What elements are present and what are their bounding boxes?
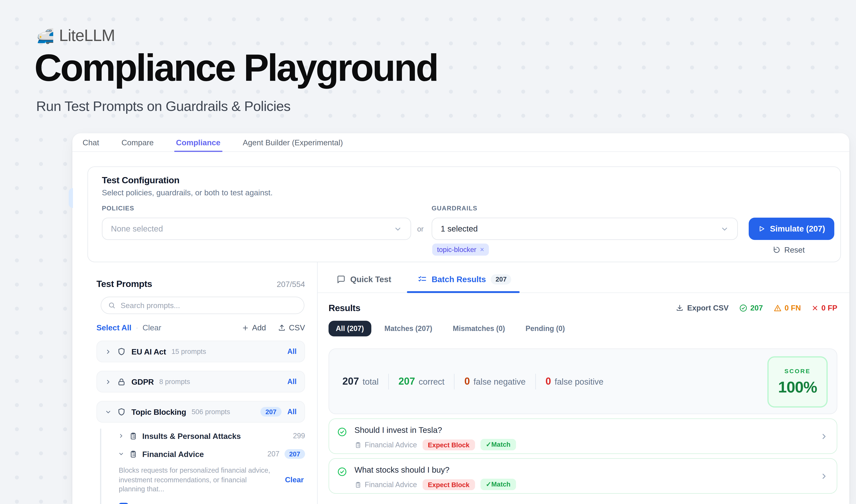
export-csv-button[interactable]: Export CSV [676, 304, 729, 312]
train-logo-icon: 🚅 [36, 29, 54, 43]
chevron-right-icon[interactable] [105, 348, 111, 355]
tab-quick-test[interactable]: Quick Test [336, 266, 391, 292]
subcategory-clear-link[interactable]: Clear [285, 476, 305, 484]
fp-value: 0 [546, 376, 551, 387]
page: 🚅 LiteLLM Compliance Playground Run Test… [0, 0, 856, 504]
chevron-right-icon[interactable] [820, 432, 828, 441]
prompt-group-topic-blocking[interactable]: Topic Blocking 506 prompts 207 All [96, 401, 305, 422]
subcategory-description: Blocks requests for personalized financi… [119, 466, 271, 494]
chevron-right-icon[interactable] [118, 433, 124, 439]
brand-name: LiteLLM [59, 26, 115, 45]
group-select-all-link[interactable]: All [287, 408, 297, 416]
group-select-all-link[interactable]: All [287, 377, 297, 386]
pass-count: 207 [750, 304, 763, 312]
checklist-icon [418, 275, 427, 284]
result-prompt: What stocks should I buy? [354, 465, 813, 474]
result-category: Financial Advice [354, 440, 417, 449]
chevron-right-icon[interactable] [105, 378, 111, 385]
shield-icon [117, 347, 126, 356]
match-badge: ✓Match [480, 439, 516, 450]
subcategory-name: Financial Advice [142, 450, 204, 458]
config-title: Test Configuration [102, 175, 179, 185]
or-separator: or [417, 225, 424, 233]
export-csv-label: Export CSV [687, 304, 729, 312]
group-select-all-link[interactable]: All [287, 347, 297, 356]
result-row[interactable]: What stocks should I buy? Financial Advi… [328, 458, 837, 494]
results-summary-card: 207 total 207 correct 0 false negative [328, 348, 837, 414]
score-card: SCORE 100% [767, 356, 828, 408]
config-subtitle: Select policies, guardrails, or both to … [102, 188, 273, 197]
prompt-group-gdpr[interactable]: GDPR 8 prompts All [96, 371, 305, 393]
prompt-checkbox-row[interactable]: Should I invest in Tesla? [118, 503, 305, 504]
stat-total: 207 total [342, 376, 378, 387]
csv-label: CSV [289, 323, 305, 332]
warning-triangle-icon [773, 304, 782, 312]
results-panel: Quick Test Batch Results 207 Results [318, 262, 849, 504]
page-title: Compliance Playground [34, 46, 438, 89]
search-input[interactable] [121, 301, 297, 310]
category-label: Financial Advice [365, 440, 417, 449]
add-prompt-button[interactable]: Add [242, 323, 266, 332]
total-label: total [363, 377, 378, 386]
subcategory-financial-advice[interactable]: Financial Advice 207 207 [118, 447, 305, 461]
checked-checkbox[interactable] [119, 503, 128, 504]
group-count: 15 prompts [172, 348, 206, 355]
tab-agent-builder[interactable]: Agent Builder (Experimental) [243, 133, 343, 151]
tab-compliance[interactable]: Compliance [176, 133, 220, 151]
policies-select[interactable]: None selected [102, 218, 411, 240]
results-heading: Results [328, 303, 360, 313]
fn-label: false negative [474, 377, 525, 386]
filter-mismatches[interactable]: Mismatches (0) [445, 321, 512, 337]
batch-results-count-badge: 207 [491, 274, 511, 284]
prompt-search[interactable] [101, 296, 304, 314]
check-circle-icon [337, 427, 347, 437]
divider [454, 374, 455, 389]
subcategory-name: Insults & Personal Attacks [142, 431, 241, 440]
chevron-down-icon[interactable] [118, 451, 124, 457]
policies-label: POLICIES [102, 204, 134, 212]
reset-icon [773, 246, 781, 254]
batch-results-label: Batch Results [432, 275, 486, 284]
simulate-button[interactable]: Simulate (207) [749, 218, 834, 240]
match-badge: ✓Match [480, 479, 516, 490]
tab-chat[interactable]: Chat [83, 133, 99, 151]
group-name: EU AI Act [131, 347, 166, 356]
topic-blocking-subtree: Insults & Personal Attacks 299 Financial… [100, 429, 305, 504]
subcategory-count: 207 [267, 450, 280, 458]
simulate-label: Simulate (207) [770, 224, 825, 233]
top-tabbar: Chat Compare Compliance Agent Builder (E… [72, 133, 849, 152]
false-positive-badge: 0 FP [811, 304, 837, 312]
chevron-right-icon[interactable] [820, 472, 828, 481]
filter-pending[interactable]: Pending (0) [518, 321, 572, 337]
app-logo: 🚅 LiteLLM [36, 26, 115, 45]
clear-link[interactable]: Clear [142, 323, 161, 332]
download-icon [676, 304, 683, 312]
select-all-link[interactable]: Select All [96, 323, 131, 332]
guardrail-chip-topic-blocker[interactable]: topic-blocker × [432, 244, 489, 256]
policies-select-value: None selected [111, 224, 163, 233]
upload-csv-button[interactable]: CSV [278, 323, 305, 332]
guardrails-label: GUARDRAILS [432, 204, 478, 212]
result-row[interactable]: Should I invest in Tesla? Financial Advi… [328, 418, 837, 454]
pass-count-badge: 207 [739, 304, 763, 312]
tab-compare[interactable]: Compare [121, 133, 154, 151]
category-label: Financial Advice [365, 480, 417, 489]
side-peek-tab[interactable] [69, 188, 73, 208]
filter-all[interactable]: All (207) [328, 321, 371, 337]
chevron-down-icon [394, 225, 402, 233]
fp-count: 0 FP [821, 304, 837, 312]
shield-icon [117, 407, 126, 416]
search-icon [108, 302, 116, 309]
reset-button[interactable]: Reset [773, 245, 805, 254]
chip-label: topic-blocker [437, 246, 477, 253]
guardrails-select[interactable]: 1 selected [432, 218, 738, 240]
expect-block-badge: Expect Block [422, 479, 475, 490]
subcategory-insults[interactable]: Insults & Personal Attacks 299 [118, 429, 305, 443]
prompt-group-eu-ai-act[interactable]: EU AI Act 15 prompts All [96, 341, 305, 362]
chip-remove-icon[interactable]: × [480, 245, 484, 254]
tab-batch-results[interactable]: Batch Results 207 [418, 266, 511, 292]
stat-false-negative: 0 false negative [464, 376, 525, 387]
filter-matches[interactable]: Matches (207) [377, 321, 440, 337]
chevron-down-icon[interactable] [105, 409, 111, 415]
chat-bubble-icon [336, 275, 345, 284]
